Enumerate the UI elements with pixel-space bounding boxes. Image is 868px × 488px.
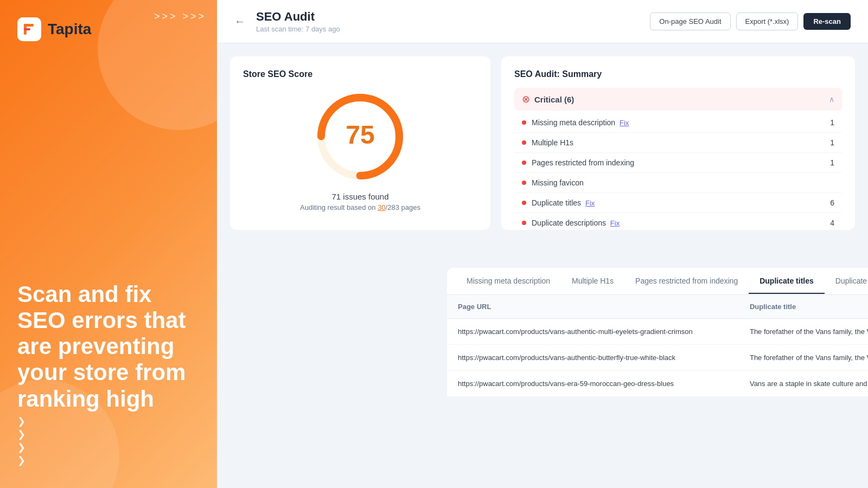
last-scan-time: Last scan time: 7 days ago xyxy=(256,25,641,33)
hero-headline: Scan and fix SEO errors that are prevent… xyxy=(17,281,200,412)
issue-row-2: Pages restricted from indexing 1 xyxy=(514,153,842,173)
issue-label-5: Duplicate descriptions Fix xyxy=(532,219,818,227)
tabs-section: Missing meta description Multiple H1s Pa… xyxy=(447,268,868,397)
table-row: https://pwacart.com/products/vans-era-59… xyxy=(447,371,868,397)
rescan-button[interactable]: Re-scan xyxy=(803,13,851,30)
issue-count-2: 1 xyxy=(824,158,834,167)
issue-row-1: Multiple H1s 1 xyxy=(514,133,842,153)
table-row: https://pwacart.com/products/vans-authen… xyxy=(447,319,868,345)
score-card: Store SEO Score 75 71 issues found Audit… xyxy=(230,56,490,230)
issue-count-0: 1 xyxy=(824,118,834,127)
row-1-title: The forefather of the Vans family, the V… xyxy=(739,345,868,371)
chevron-1: ❯ xyxy=(17,415,25,427)
on-page-seo-button[interactable]: On-page SEO Audit xyxy=(650,12,730,30)
auditing-result-text: Auditing result based on 30/283 pages xyxy=(243,203,477,211)
tabs-bar: Missing meta description Multiple H1s Pa… xyxy=(447,268,868,295)
issue-dot-2 xyxy=(522,160,526,165)
logo-icon xyxy=(17,17,41,41)
issue-dot-4 xyxy=(522,201,526,205)
issue-count-1: 1 xyxy=(824,138,834,147)
issue-dot-5 xyxy=(522,221,526,225)
score-circle-container: 75 xyxy=(243,88,477,185)
tab-missing-meta[interactable]: Missing meta description xyxy=(456,269,561,294)
tab-pages-restricted[interactable]: Pages restricted from indexing xyxy=(624,269,749,294)
collapse-icon: ∧ xyxy=(829,95,834,104)
issue-dot-3 xyxy=(522,181,526,185)
row-0-title: The forefather of the Vans family, the V… xyxy=(739,319,868,345)
hero-text: Scan and fix SEO errors that are prevent… xyxy=(17,281,200,412)
summary-card-title: SEO Audit: Summary xyxy=(514,69,842,79)
tab-multiple-h1s[interactable]: Multiple H1s xyxy=(561,269,624,294)
score-card-title: Store SEO Score xyxy=(243,69,477,79)
auditing-prefix: Auditing result based on xyxy=(300,203,378,211)
auditing-pages-link[interactable]: 30 xyxy=(378,203,385,211)
decorative-arrows: >>> >>> xyxy=(154,11,206,22)
issue-label-3: Missing favicon xyxy=(532,178,818,187)
svg-rect-2 xyxy=(24,28,30,30)
issue-count-5: 4 xyxy=(824,219,834,227)
chevrons-decoration: ❯ ❯ ❯ ❯ xyxy=(17,415,25,466)
chevron-4: ❯ xyxy=(17,454,25,466)
critical-label: Critical (6) xyxy=(534,95,825,104)
score-donut-chart: 75 xyxy=(311,88,409,185)
col-header-duplicate-title: Duplicate title xyxy=(739,295,868,319)
tab-duplicate-titles[interactable]: Duplicate titles xyxy=(749,269,825,294)
issue-fix-4[interactable]: Fix xyxy=(585,199,595,207)
content-area: Store SEO Score 75 71 issues found Audit… xyxy=(217,43,868,488)
row-2-url: https://pwacart.com/products/vans-era-59… xyxy=(447,371,739,397)
svg-rect-1 xyxy=(24,24,34,27)
issue-label-0: Missing meta description Fix xyxy=(532,118,818,127)
issue-label-4: Duplicate titles Fix xyxy=(532,198,818,207)
critical-icon: ⊗ xyxy=(522,93,530,105)
issue-row-4: Duplicate titles Fix 6 xyxy=(514,193,842,213)
app-header: ← SEO Audit Last scan time: 7 days ago O… xyxy=(217,0,868,43)
row-1-url: https://pwacart.com/products/vans-authen… xyxy=(447,345,739,371)
header-actions: On-page SEO Audit Export (*.xlsx) Re-sca… xyxy=(650,12,851,30)
row-2-title: Vans are a staple in skate culture and s… xyxy=(739,371,868,397)
issue-row-3: Missing favicon xyxy=(514,173,842,193)
left-panel: Tapita >>> >>> Scan and fix SEO errors t… xyxy=(0,0,217,488)
table-header: Page URL Duplicate title xyxy=(447,295,868,319)
summary-card: SEO Audit: Summary ⊗ Critical (6) ∧ Miss… xyxy=(501,56,855,230)
issue-label-1: Multiple H1s xyxy=(532,138,818,147)
critical-section-header[interactable]: ⊗ Critical (6) ∧ xyxy=(514,88,842,111)
issue-dot-1 xyxy=(522,140,526,145)
issue-fix-5[interactable]: Fix xyxy=(610,219,620,227)
data-table: Page URL Duplicate title https://pwacart… xyxy=(447,295,868,397)
issue-row-0: Missing meta description Fix 1 xyxy=(514,113,842,133)
issue-label-2: Pages restricted from indexing xyxy=(532,158,818,167)
issues-found-text: 71 issues found xyxy=(243,192,477,201)
chevron-3: ❯ xyxy=(17,441,25,453)
col-header-url: Page URL xyxy=(447,295,739,319)
auditing-suffix: /283 pages xyxy=(386,203,420,211)
issue-count-4: 6 xyxy=(824,198,834,207)
chevron-2: ❯ xyxy=(17,428,25,440)
issue-row-5: Duplicate descriptions Fix 4 xyxy=(514,213,842,230)
svg-text:75: 75 xyxy=(346,120,374,149)
row-0-url: https://pwacart.com/products/vans-authen… xyxy=(447,319,739,345)
logo-area: Tapita xyxy=(17,17,91,41)
issue-dot-0 xyxy=(522,120,526,125)
back-button[interactable]: ← xyxy=(234,15,245,28)
page-title: SEO Audit xyxy=(256,10,641,24)
tab-duplicate-descriptions[interactable]: Duplicate descriptions xyxy=(825,269,868,294)
logo-text: Tapita xyxy=(48,21,91,38)
table-row: https://pwacart.com/products/vans-authen… xyxy=(447,345,868,371)
export-button[interactable]: Export (*.xlsx) xyxy=(736,12,799,30)
issue-fix-0[interactable]: Fix xyxy=(620,119,629,127)
header-title-area: SEO Audit Last scan time: 7 days ago xyxy=(256,10,641,33)
main-app: ← SEO Audit Last scan time: 7 days ago O… xyxy=(217,0,868,488)
